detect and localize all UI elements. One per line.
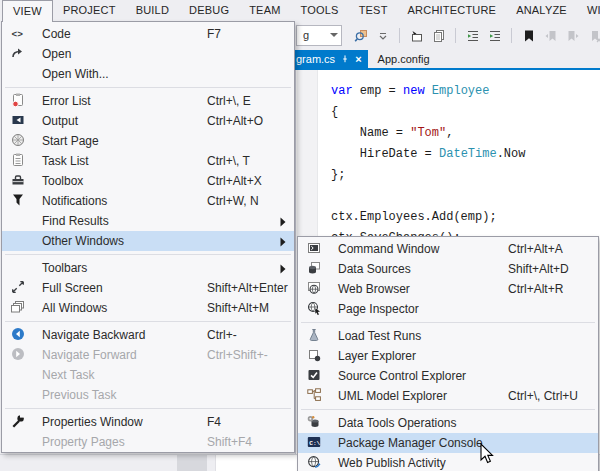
- document-tab-strip: gram.cs × App.config: [295, 50, 600, 68]
- code-token: new: [403, 84, 425, 98]
- toolbar-separator: [511, 28, 512, 43]
- menu-item-previous-task: Previous Task: [2, 385, 294, 405]
- menu-item-command-window[interactable]: Command WindowCtrl+Alt+A: [298, 239, 598, 259]
- menubar-item-window[interactable]: WINDOW: [577, 0, 600, 21]
- code-token: };: [331, 168, 345, 182]
- menu-item-code[interactable]: <>CodeF7: [2, 24, 294, 44]
- menu-item-label: Open With...: [42, 67, 109, 81]
- menu-item-label: Toolbars: [42, 261, 87, 275]
- copy-item-icon[interactable]: [430, 27, 447, 44]
- uml-model-explorer-icon: [307, 388, 322, 403]
- source-control-explorer-icon: [307, 368, 322, 383]
- menu-item-data-tools-operations[interactable]: Data Tools Operations: [298, 413, 598, 433]
- layer-explorer-icon: [307, 348, 322, 363]
- menu-separator: [301, 409, 595, 410]
- web-publish-activity-icon: [307, 455, 322, 470]
- menubar-item-team[interactable]: TEAM: [239, 0, 290, 21]
- menu-item-navigate-forward: Navigate ForwardCtrl+Shift+-: [2, 345, 294, 365]
- tab-app-config[interactable]: App.config: [368, 50, 440, 68]
- menu-item-label: Full Screen: [42, 281, 103, 295]
- code-token: HireDate =: [331, 147, 439, 161]
- menubar-item-test[interactable]: TEST: [349, 0, 398, 21]
- menu-item-label: Error List: [42, 94, 91, 108]
- indent-increase-icon[interactable]: [486, 27, 503, 44]
- menu-item-other-windows[interactable]: Other Windows: [2, 231, 294, 251]
- clear-bookmarks-icon[interactable]: [586, 27, 600, 44]
- menu-item-package-manager-console[interactable]: C:\Package Manager Console: [298, 433, 598, 453]
- menubar-item-tools[interactable]: TOOLS: [291, 0, 349, 21]
- menu-item-shortcut: F7: [207, 27, 221, 41]
- configuration-combobox[interactable]: g: [296, 25, 342, 46]
- pin-tab-icon[interactable]: [340, 53, 350, 65]
- prev-bookmark-icon[interactable]: [542, 27, 559, 44]
- menu-item-label: All Windows: [42, 301, 107, 315]
- menubar-item-debug[interactable]: DEBUG: [179, 0, 239, 21]
- scrollbar-thumb[interactable]: [177, 455, 207, 471]
- code-token: {: [331, 105, 338, 119]
- code-token: DateTime: [439, 147, 497, 161]
- open-icon: [11, 46, 26, 61]
- toolbar-buttons: [352, 25, 600, 46]
- find-magnifier-icon[interactable]: [352, 27, 369, 44]
- menubar-item-project[interactable]: PROJECT: [53, 0, 126, 21]
- menu-item-error-list[interactable]: Error ListCtrl+\, E: [2, 91, 294, 111]
- menu-item-web-publish-activity[interactable]: Web Publish Activity: [298, 453, 598, 471]
- menu-item-toolbox[interactable]: ToolboxCtrl+Alt+X: [2, 171, 294, 191]
- svg-text:<>: <>: [12, 29, 24, 40]
- menubar-item-analyze[interactable]: ANALYZE: [506, 0, 577, 21]
- menu-item-task-list[interactable]: Task ListCtrl+\, T: [2, 151, 294, 171]
- menu-item-uml-model-explorer[interactable]: UML Model ExplorerCtrl+\, Ctrl+U: [298, 386, 598, 406]
- menu-item-label: Open: [42, 47, 71, 61]
- menu-item-load-test-runs[interactable]: Load Test Runs: [298, 326, 598, 346]
- navigate-forward-icon: [11, 347, 26, 362]
- menu-item-next-task: Next Task: [2, 365, 294, 385]
- menu-separator: [5, 321, 291, 322]
- menu-item-properties-window[interactable]: Properties WindowF4: [2, 412, 294, 432]
- menu-item-label: Page Inspector: [338, 302, 419, 316]
- submenu-arrow-icon: [280, 263, 286, 277]
- menu-item-open[interactable]: Open: [2, 44, 294, 64]
- menu-item-notifications[interactable]: NotificationsCtrl+W, N: [2, 191, 294, 211]
- menu-item-toolbars[interactable]: Toolbars: [2, 258, 294, 278]
- menu-separator: [301, 322, 595, 323]
- active-document-border: [295, 68, 600, 70]
- svg-text:C:\: C:\: [309, 440, 320, 447]
- menu-item-page-inspector[interactable]: Page Inspector: [298, 299, 598, 319]
- menu-item-property-pages: Property PagesShift+F4: [2, 432, 294, 452]
- menu-item-source-control-explorer[interactable]: Source Control Explorer: [298, 366, 598, 386]
- menu-item-web-browser[interactable]: Web BrowserCtrl+Alt+R: [298, 279, 598, 299]
- code-token: ctx.Employees.Add(emp);: [331, 210, 497, 224]
- menu-item-shortcut: Ctrl+Alt+A: [508, 242, 563, 256]
- menubar-item-view[interactable]: VIEW: [2, 0, 53, 21]
- menu-item-shortcut: Ctrl+Alt+R: [508, 282, 563, 296]
- menu-item-layer-explorer[interactable]: Layer Explorer: [298, 346, 598, 366]
- code-token: [425, 84, 432, 98]
- tab-program-cs[interactable]: gram.cs ×: [295, 50, 368, 68]
- bookmark-icon[interactable]: [520, 27, 537, 44]
- menu-item-shortcut: Shift+F4: [207, 435, 252, 449]
- menu-item-open-with[interactable]: Open With...: [2, 64, 294, 84]
- configuration-combobox-value: g: [297, 29, 309, 41]
- menubar-item-architecture[interactable]: ARCHITECTURE: [398, 0, 507, 21]
- menu-item-full-screen[interactable]: Full ScreenShift+Alt+Enter: [2, 278, 294, 298]
- menu-item-shortcut: Ctrl+Shift+-: [207, 348, 268, 362]
- code-icon: <>: [11, 26, 26, 41]
- menu-item-data-sources[interactable]: Data SourcesShift+Alt+D: [298, 259, 598, 279]
- menu-item-label: Code: [42, 27, 71, 41]
- new-item-icon[interactable]: [408, 27, 425, 44]
- menu-item-label: Data Tools Operations: [338, 416, 457, 430]
- menu-item-output[interactable]: OutputCtrl+Alt+O: [2, 111, 294, 131]
- menu-item-shortcut: Ctrl+-: [207, 328, 237, 342]
- menu-item-start-page[interactable]: Start Page: [2, 131, 294, 151]
- menubar-item-build[interactable]: BUILD: [126, 0, 179, 21]
- toolbar-dropdown-icon[interactable]: [374, 27, 391, 44]
- menu-item-all-windows[interactable]: All WindowsShift+Alt+M: [2, 298, 294, 318]
- menu-item-find-results[interactable]: Find Results: [2, 211, 294, 231]
- menu-item-label: Web Browser: [338, 282, 410, 296]
- menu-item-navigate-backward[interactable]: Navigate BackwardCtrl+-: [2, 325, 294, 345]
- close-tab-icon[interactable]: ×: [355, 50, 361, 68]
- menu-item-shortcut: Shift+Alt+M: [207, 301, 269, 315]
- next-bookmark-icon[interactable]: [564, 27, 581, 44]
- indent-decrease-icon[interactable]: [464, 27, 481, 44]
- navigate-backward-icon: [11, 327, 26, 342]
